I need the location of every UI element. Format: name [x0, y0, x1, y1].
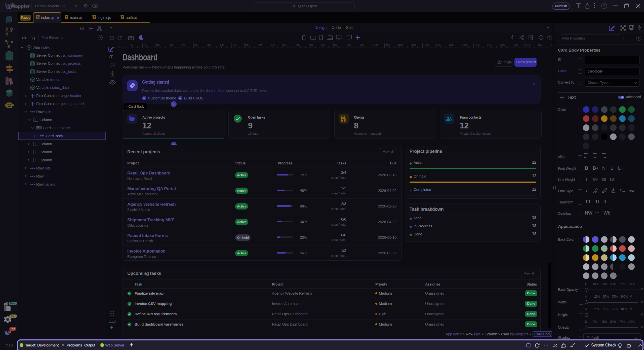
svg-text:5: 5	[122, 16, 123, 18]
svg-text:5: 5	[37, 16, 38, 18]
svg-text:5: 5	[94, 16, 95, 18]
svg-text:5: 5	[66, 16, 67, 18]
